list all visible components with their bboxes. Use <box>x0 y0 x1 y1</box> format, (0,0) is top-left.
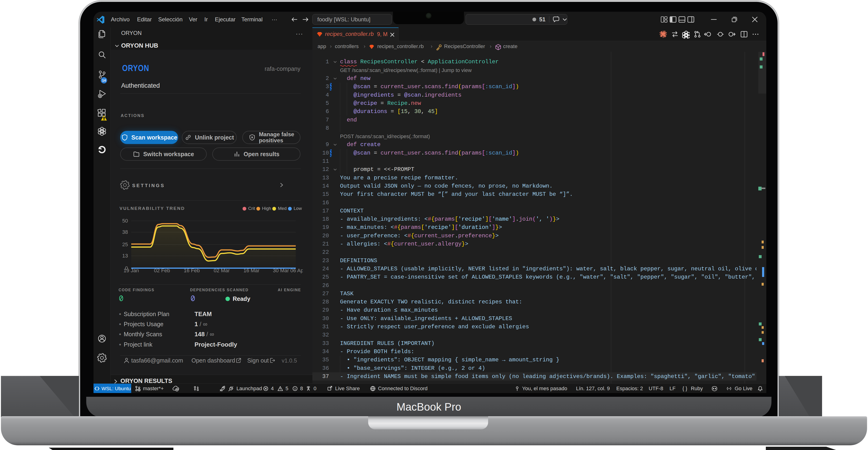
svg-text:06 Ap: 06 Ap <box>290 268 303 273</box>
svg-text:38: 38 <box>122 229 128 235</box>
svg-text:50: 50 <box>122 218 128 224</box>
svg-text:19 Jan: 19 Jan <box>124 268 139 273</box>
svg-text:25: 25 <box>122 242 128 247</box>
svg-text:02 Mar: 02 Mar <box>214 268 230 273</box>
svg-text:16 Feb: 16 Feb <box>184 268 200 273</box>
svg-text:30 Mar: 30 Mar <box>273 268 289 273</box>
svg-text:13: 13 <box>122 253 128 259</box>
svg-text:02 Feb: 02 Feb <box>154 268 170 273</box>
svg-text:16 Mar: 16 Mar <box>244 268 259 273</box>
